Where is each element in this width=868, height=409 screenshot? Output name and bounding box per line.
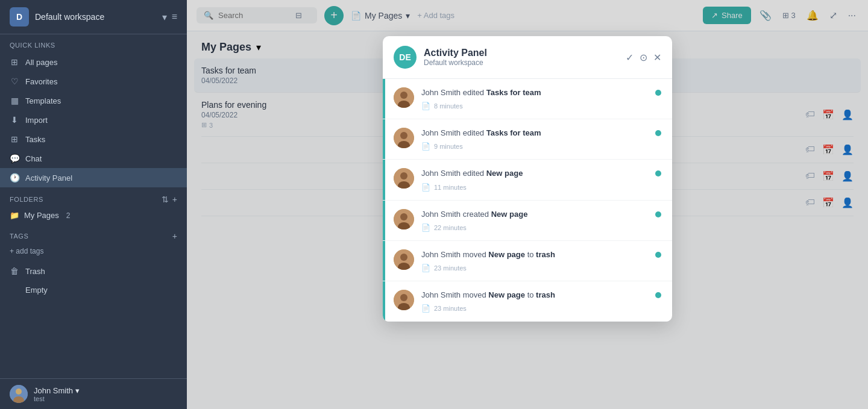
check-icon[interactable]: ✓ <box>626 52 634 63</box>
sidebar-item-chat[interactable]: 💬 Chat <box>0 149 187 168</box>
folder-badge: 2 <box>66 211 71 220</box>
sidebar-item-templates[interactable]: ▦ Templates <box>0 91 187 110</box>
empty-label: Empty <box>25 286 48 295</box>
doc-icon: 📄 <box>421 304 430 313</box>
sidebar-item-tasks[interactable]: ⊞ Tasks <box>0 130 187 149</box>
activity-text: John Smith moved New page to trash <box>421 290 648 301</box>
svg-point-16 <box>400 254 407 261</box>
activity-item: John Smith created New page 📄 22 minutes <box>383 201 672 241</box>
folders-section: Folders ⇅ + <box>0 187 187 207</box>
main-content: 🔍 ⊟ + 📄 My Pages ▾ + Add tags ↗ Share 📎 … <box>187 0 868 409</box>
sidebar-item-trash[interactable]: 🗑 Trash <box>0 261 187 281</box>
circle-check-icon[interactable]: ⊙ <box>640 52 647 63</box>
activity-avatar <box>394 128 414 148</box>
activity-time: 23 minutes <box>434 264 467 272</box>
panel-title-block: Activity Panel Default workspace <box>424 48 618 67</box>
chevron-down-icon[interactable]: ▾ <box>162 11 167 23</box>
user-chevron-icon: ▾ <box>75 386 80 395</box>
doc-icon: 📄 <box>421 264 430 272</box>
activity-content: John Smith edited Tasks for team 📄 8 min… <box>421 87 648 110</box>
add-tag-icon[interactable]: + <box>172 231 177 241</box>
panel-header-actions: ✓ ⊙ ✕ <box>626 52 661 63</box>
activity-panel-modal: DE Activity Panel Default workspace ✓ ⊙ … <box>383 36 672 322</box>
user-info: John Smith ▾ test <box>34 386 177 402</box>
chat-icon: 💬 <box>10 154 19 163</box>
panel-title: Activity Panel <box>424 48 618 58</box>
activity-text: John Smith created New page <box>421 209 648 220</box>
modal-overlay: DE Activity Panel Default workspace ✓ ⊙ … <box>187 0 868 409</box>
tasks-label: Tasks <box>25 135 45 144</box>
sidebar-item-all-pages[interactable]: ⊞ All pages <box>0 52 187 72</box>
activity-text: John Smith edited New page <box>421 168 648 179</box>
tasks-icon: ⊞ <box>10 134 19 144</box>
activity-time: 22 minutes <box>434 224 467 231</box>
add-tags-link[interactable]: + add tags <box>0 243 187 259</box>
activity-item: John Smith edited New page 📄 11 minutes <box>383 160 672 200</box>
svg-point-19 <box>400 294 407 301</box>
activity-meta: 📄 22 minutes <box>421 223 648 232</box>
trash-section: 🗑 Trash Empty <box>0 259 187 302</box>
doc-icon: 📄 <box>421 142 430 151</box>
activity-meta: 📄 8 minutes <box>421 102 648 110</box>
activity-content: John Smith moved New page to trash 📄 23 … <box>421 290 648 313</box>
all-pages-label: All pages <box>25 58 57 67</box>
panel-subtitle: Default workspace <box>424 58 618 67</box>
activity-meta: 📄 23 minutes <box>421 264 648 272</box>
user-name: John Smith ▾ <box>34 386 177 395</box>
activity-content: John Smith created New page 📄 22 minutes <box>421 209 648 232</box>
folders-actions: ⇅ + <box>162 195 177 204</box>
favorites-label: Favorites <box>25 77 57 86</box>
sidebar-bottom: John Smith ▾ test <box>0 378 187 409</box>
heart-icon: ♡ <box>10 76 19 86</box>
grid-icon: ⊞ <box>10 57 19 67</box>
activity-bar <box>383 201 385 240</box>
activity-meta: 📄 9 minutes <box>421 142 648 151</box>
activity-text: John Smith edited Tasks for team <box>421 128 648 139</box>
user-avatar <box>10 385 28 403</box>
activity-avatar <box>394 249 414 270</box>
activity-panel-label: Activity Panel <box>25 173 72 183</box>
activity-dot <box>655 252 661 258</box>
tags-section: Tags + <box>0 224 187 243</box>
activity-item: John Smith edited Tasks for team 📄 9 min… <box>383 119 672 160</box>
activity-avatar <box>394 168 414 189</box>
activity-bar <box>383 119 385 159</box>
folders-label: Folders <box>10 196 43 203</box>
activity-time: 11 minutes <box>434 184 467 191</box>
activity-bar <box>383 160 385 199</box>
doc-icon: 📄 <box>421 183 430 192</box>
folder-my-pages[interactable]: 📁 My Pages 2 <box>0 207 187 224</box>
import-label: Import <box>25 116 48 125</box>
activity-time: 9 minutes <box>434 143 463 150</box>
svg-point-1 <box>16 389 22 395</box>
sidebar-header: D Default workspace ▾ ≡ <box>0 0 187 34</box>
activity-content: John Smith edited Tasks for team 📄 9 min… <box>421 128 648 151</box>
activity-text: John Smith moved New page to trash <box>421 249 648 260</box>
sidebar-item-favorites[interactable]: ♡ Favorites <box>0 72 187 91</box>
activity-meta: 📄 11 minutes <box>421 183 648 192</box>
reorder-icon[interactable]: ⇅ <box>162 195 169 204</box>
svg-point-4 <box>400 92 407 99</box>
add-folder-icon[interactable]: + <box>172 195 177 204</box>
sidebar-item-activity-panel[interactable]: 🕐 Activity Panel <box>0 168 187 187</box>
activity-item: John Smith moved New page to trash 📄 23 … <box>383 281 672 322</box>
chat-label: Chat <box>25 154 42 163</box>
svg-point-7 <box>400 132 407 139</box>
sidebar-item-import[interactable]: ⬇ Import <box>0 110 187 130</box>
panel-avatar: DE <box>394 46 417 69</box>
tags-label: Tags <box>10 233 28 240</box>
activity-item: John Smith edited Tasks for team 📄 8 min… <box>383 79 672 119</box>
activity-item: John Smith moved New page to trash 📄 23 … <box>383 241 672 281</box>
close-icon[interactable]: ✕ <box>653 52 661 63</box>
activity-dot <box>655 130 661 136</box>
user-role: test <box>34 395 177 402</box>
sidebar-item-empty[interactable]: Empty <box>0 281 187 299</box>
doc-icon: 📄 <box>421 223 430 232</box>
activity-avatar <box>394 209 414 229</box>
activity-avatar <box>394 87 414 108</box>
activity-meta: 📄 23 minutes <box>421 304 648 313</box>
menu-icon[interactable]: ≡ <box>172 11 177 23</box>
workspace-name: Default workspace <box>35 12 156 22</box>
trash-label: Trash <box>25 267 45 276</box>
activity-dot <box>655 211 661 217</box>
